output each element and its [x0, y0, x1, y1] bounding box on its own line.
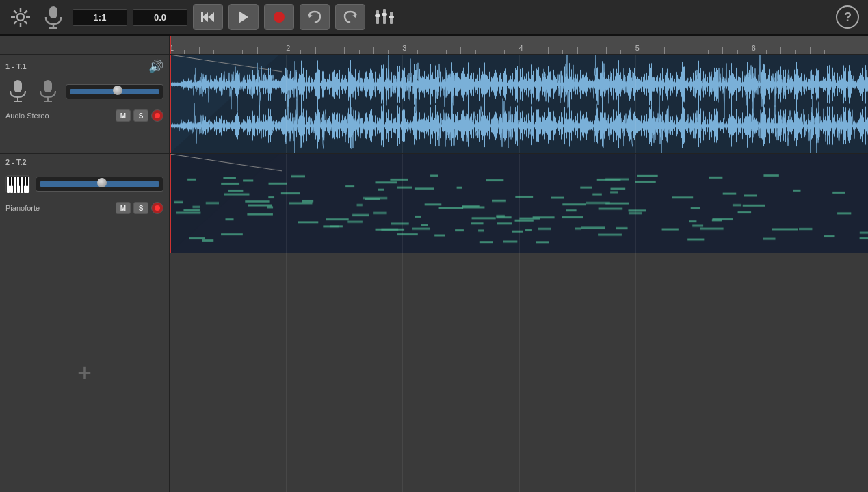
ruler-marker-5: 5 [635, 44, 640, 52]
playhead-audio [170, 55, 171, 153]
svg-rect-19 [375, 14, 380, 17]
grid-line [752, 154, 752, 253]
record-dot [274, 12, 285, 23]
track-1-mic-icon [5, 79, 30, 104]
track-1-rec-dot [155, 113, 160, 118]
grid-line [635, 154, 636, 253]
track-1-speaker-icon: 🔊 [148, 59, 163, 74]
grid-line [519, 253, 520, 492]
play-button[interactable] [228, 4, 259, 30]
svg-marker-13 [208, 12, 214, 22]
svg-rect-24 [14, 80, 22, 92]
track-1-mic2-icon [36, 79, 60, 104]
position-display: 1:1 [73, 9, 127, 26]
grid-line [286, 253, 287, 492]
svg-rect-41 [23, 177, 25, 186]
svg-rect-27 [44, 80, 52, 92]
track-2-rec-dot [155, 205, 160, 211]
track-2-volume-knob[interactable] [97, 178, 107, 187]
grid-line [519, 154, 520, 253]
svg-point-0 [17, 14, 24, 21]
ruler: 123456 [0, 36, 868, 55]
track-1-label: Audio Stereo [5, 112, 113, 120]
ruler-playhead [170, 36, 171, 54]
rewind-button[interactable] [193, 4, 223, 30]
grid-line [752, 55, 752, 153]
undo-button[interactable] [300, 4, 330, 30]
track-2-solo-button[interactable]: S [133, 202, 148, 214]
track-1-solo-button[interactable]: S [133, 109, 148, 122]
ruler-marker-4: 4 [519, 44, 523, 52]
grid-line [402, 253, 403, 492]
track-2-label: Pianoforte [5, 204, 113, 212]
track-1-volume-slider[interactable] [66, 84, 163, 99]
grid-line [286, 55, 287, 153]
svg-rect-20 [382, 13, 387, 16]
grid-line [402, 55, 403, 153]
add-track-icon: + [77, 359, 92, 387]
ruler-marker-2: 2 [286, 44, 290, 52]
grid-line [752, 253, 752, 492]
mic-button[interactable] [40, 3, 67, 31]
redo-button[interactable] [335, 4, 365, 30]
track-2-mute-button[interactable]: M [116, 202, 131, 214]
track-2-piano-icon [5, 172, 30, 196]
svg-rect-42 [26, 177, 28, 186]
track-1-number: 1 - T.1 [5, 62, 27, 70]
svg-line-6 [25, 21, 27, 24]
help-button[interactable]: ? [834, 3, 861, 31]
svg-rect-39 [12, 177, 14, 186]
svg-line-5 [14, 10, 16, 13]
track-lane-1[interactable] [170, 55, 868, 154]
track-lane-empty [170, 253, 868, 492]
grid-line [635, 55, 636, 153]
settings-button[interactable] [7, 3, 34, 31]
record-button[interactable] [264, 4, 294, 30]
svg-rect-17 [383, 9, 386, 24]
svg-rect-38 [9, 177, 11, 186]
add-track-button[interactable]: + [0, 253, 169, 492]
svg-line-7 [25, 10, 27, 13]
svg-rect-21 [389, 16, 394, 18]
main-area: 1 - T.1 🔊 [0, 55, 868, 492]
grid-line [286, 154, 287, 253]
grid-line [519, 55, 520, 153]
timeline [170, 55, 868, 492]
toolbar: 1:1 0.0 [0, 0, 868, 36]
track-controls: 1 - T.1 🔊 [0, 55, 170, 492]
svg-line-8 [14, 21, 16, 24]
track-1-mute-button[interactable]: M [116, 109, 131, 122]
playhead-midi [170, 154, 171, 253]
mixer-button[interactable] [371, 3, 398, 31]
svg-rect-9 [49, 6, 57, 18]
track-2-record-button[interactable] [151, 202, 163, 214]
track-control-1: 1 - T.1 🔊 [0, 55, 169, 154]
track-2-volume-slider[interactable] [36, 177, 163, 192]
ruler-left-pad [0, 36, 170, 54]
ruler-marker-6: 6 [752, 44, 756, 52]
track-control-2: 2 - T.2 [0, 154, 169, 253]
svg-text:?: ? [844, 10, 852, 24]
grid-line [402, 154, 403, 253]
grid-line [635, 253, 636, 492]
svg-rect-40 [19, 177, 21, 186]
track-lane-2[interactable] [170, 154, 868, 253]
ruler-marker-3: 3 [402, 44, 406, 52]
track-1-volume-knob[interactable] [113, 86, 122, 95]
svg-rect-14 [201, 12, 203, 22]
track-2-number: 2 - T.2 [5, 158, 27, 166]
svg-marker-15 [239, 11, 248, 23]
time-display: 0.0 [133, 9, 187, 26]
ruler-ticks[interactable]: 123456 [170, 36, 868, 54]
track-1-record-button[interactable] [151, 109, 163, 122]
